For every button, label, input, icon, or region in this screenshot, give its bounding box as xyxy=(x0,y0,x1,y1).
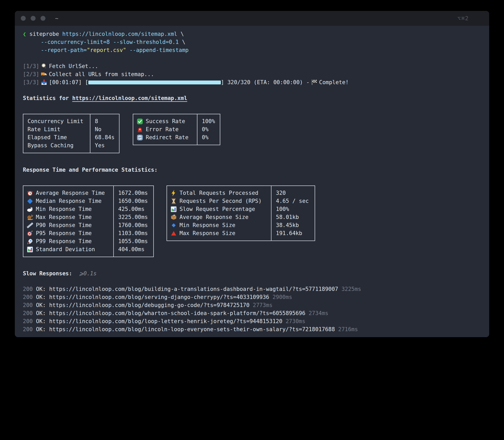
stat-value: 1055.00ms xyxy=(118,237,148,245)
response-time: 2734ms xyxy=(305,310,328,316)
response-url: https://lincolnloop.com/blog/building-a-… xyxy=(49,286,338,292)
stat-value-row: 58.01kb xyxy=(271,213,315,221)
stat-label-row: Slow Request Percentage xyxy=(167,205,271,213)
response-status: 200 xyxy=(23,318,36,324)
stat-label: Max Response Size xyxy=(180,229,235,237)
ruler-icon xyxy=(27,222,33,229)
response-time: 2900ms xyxy=(269,294,292,300)
response-ok: OK: xyxy=(36,318,49,324)
stat-label-row: Error Rate xyxy=(133,125,197,134)
hourglass-icon xyxy=(170,198,177,204)
response-url: https://lincolnloop.com/blog/lincoln-loo… xyxy=(49,326,335,332)
step-line: [1/3]Fetch UrlSet... xyxy=(23,62,481,70)
progress-bar xyxy=(88,81,221,84)
response-status: 200 xyxy=(23,294,36,300)
large-blue-diamond-icon xyxy=(27,198,33,204)
response-ok: OK: xyxy=(36,310,49,316)
bar-chart-icon xyxy=(27,246,33,253)
stat-value: 3225.00ms xyxy=(118,213,148,221)
traffic-light-zoom[interactable] xyxy=(41,16,45,21)
command-segment: "report.csv" xyxy=(87,47,126,53)
stat-value-row: Yes xyxy=(90,142,119,150)
stat-label: Bypass Caching xyxy=(28,142,74,150)
statistics-heading-url: https://lincolnloop.com/sitemap.xml xyxy=(72,95,187,101)
stat-value: 404.00ms xyxy=(118,245,144,254)
response-url: https://lincolnloop.com/blog/debugging-g… xyxy=(49,302,249,308)
stat-value-row: 191.64kb xyxy=(271,229,315,237)
response-url: https://lincolnloop.com/blog/wharton-sch… xyxy=(49,310,305,316)
command-segment: \ xyxy=(179,39,185,45)
stat-label: P90 Response Time xyxy=(36,221,92,229)
command-line: ❮ siteprobe https://lincolnloop.com/site… xyxy=(23,30,481,38)
window-title: ~ xyxy=(55,15,58,22)
small-blue-diamond-icon xyxy=(170,222,177,229)
step-index: [3/3] xyxy=(23,79,39,85)
stat-label-row: Average Response Time xyxy=(23,189,113,197)
command-block: ❮ siteprobe https://lincolnloop.com/site… xyxy=(23,30,481,54)
siren-icon xyxy=(137,126,143,133)
stat-label-row: Bypass Caching xyxy=(23,142,90,150)
traffic-lights xyxy=(21,16,45,21)
table-value-column: 3204.65 / sec100%58.01kb38.45kb191.64kb xyxy=(271,186,315,241)
stat-value: 38.45kb xyxy=(276,221,299,229)
progress-steps: [1/3]Fetch UrlSet...[2/3]Collect all URL… xyxy=(23,62,481,86)
titlebar: ~ ⌥⌘2 xyxy=(15,11,489,26)
response-status: 200 xyxy=(23,302,36,308)
stat-label-row: Max Response Time xyxy=(23,213,113,221)
response-status: 200 xyxy=(23,326,36,332)
window-shortcut-badge: ⌥⌘2 xyxy=(457,15,469,22)
alarm-clock-icon xyxy=(27,190,33,196)
step-line: [3/3][00:01:07] [] 320/320 (ETA: 00:00:0… xyxy=(23,78,481,86)
table-label-column: Average Response TimeMedian Response Tim… xyxy=(23,186,113,257)
stat-value: 4.65 / sec xyxy=(276,197,309,205)
stat-label-row: Concurrency Limit xyxy=(23,117,90,125)
stat-label: Median Response Time xyxy=(36,197,102,205)
stat-label-row: Min Response Size xyxy=(167,221,271,229)
rocket-icon xyxy=(27,238,33,245)
response-time-table: Average Response TimeMedian Response Tim… xyxy=(23,185,154,257)
stat-value: 1103.00ms xyxy=(118,229,148,237)
stat-label-row: Total Requests Processed xyxy=(167,189,271,197)
stat-label: Elapsed Time xyxy=(28,134,67,142)
command-segment: --report-path= xyxy=(41,47,87,53)
response-status: 200 xyxy=(23,286,36,292)
stat-value: 58.01kb xyxy=(276,213,299,221)
stat-value: 320 xyxy=(276,189,286,197)
config-table: Concurrency LimitRate LimitElapsed TimeB… xyxy=(23,114,120,153)
stat-value: 100% xyxy=(276,205,289,213)
prompt-symbol: ❮ xyxy=(23,31,29,37)
stat-value: No xyxy=(95,125,101,134)
traffic-light-close[interactable] xyxy=(21,16,26,21)
stat-label: Redirect Rate xyxy=(146,134,188,142)
traffic-light-minimize[interactable] xyxy=(31,16,36,21)
slow-threshold: ⩾0.1s xyxy=(79,270,97,277)
stat-label: Error Rate xyxy=(146,125,178,134)
terminal-screen[interactable]: ❮ siteprobe https://lincolnloop.com/site… xyxy=(15,26,489,334)
stat-label: Total Requests Processed xyxy=(180,189,258,197)
stat-label: Requests Per Second (RPS) xyxy=(180,197,262,205)
step-line: [2/3]Collect all URLs from sitemap... xyxy=(23,70,481,78)
performance-tables: Average Response TimeMedian Response Tim… xyxy=(23,185,481,257)
stat-value-row: 1055.00ms xyxy=(114,237,153,245)
stat-value-row: 1103.00ms xyxy=(114,229,153,237)
response-time: 3225ms xyxy=(338,286,361,292)
table-value-column: 8No68.84sYes xyxy=(90,114,119,153)
step-text: Collect all URLs from sitemap... xyxy=(49,71,154,77)
command-segment: --append-timestamp xyxy=(126,47,189,53)
stat-value: 0% xyxy=(202,125,208,134)
stat-label-row: P95 Response Time xyxy=(23,229,113,237)
stat-label: Max Response Time xyxy=(36,213,92,221)
request-stats-table: Total Requests ProcessedRequests Per Sec… xyxy=(167,185,315,241)
progress-elapsed: [00:01:07] [ xyxy=(49,79,88,85)
step-index: [1/3] xyxy=(23,63,39,69)
slow-responses-list: 200 OK: https://lincolnloop.com/blog/bui… xyxy=(23,285,481,334)
table-label-column: Success RateError RateRedirect Rate xyxy=(133,114,197,145)
stat-value: 0% xyxy=(202,134,208,142)
command-segment: siteprobe xyxy=(29,31,62,37)
command-line: --concurrency-limit=8 --slow-threshold=0… xyxy=(23,38,481,46)
stat-value: 191.64kb xyxy=(276,229,302,237)
truck-icon xyxy=(41,71,47,77)
lightning-icon xyxy=(170,190,177,196)
stat-label: Average Response Time xyxy=(36,189,105,197)
checkered-flag-icon xyxy=(311,79,317,85)
